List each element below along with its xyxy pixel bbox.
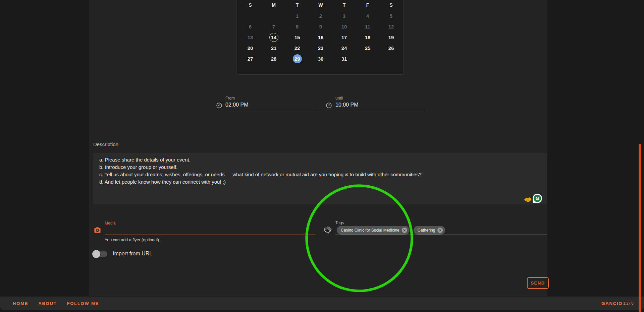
grammarly-icon[interactable]: G — [533, 194, 542, 203]
calendar-day-10: 10 — [332, 21, 356, 32]
tags-input[interactable] — [335, 235, 547, 235]
calendar-day-18[interactable]: 18 — [356, 32, 379, 43]
calendar-day-3: 3 — [332, 10, 356, 21]
from-time-input[interactable]: 02:00 PM — [225, 102, 248, 108]
description-line: d. And let people know how they can conn… — [99, 178, 541, 186]
tag-chip-label: Gathering — [418, 228, 435, 233]
tag-chip-label: Casino Clinic for Social Medicine — [341, 228, 399, 233]
calendar-day-26[interactable]: 26 — [379, 43, 403, 53]
from-time-underline — [225, 110, 316, 110]
calendar-empty-cell — [379, 53, 403, 64]
media-label: Media — [105, 221, 116, 226]
tags-label: Tags — [335, 221, 344, 225]
calendar-day-header: M — [262, 0, 285, 10]
calendar-grid: SMTWTFS123456789101112131415161718192021… — [238, 0, 403, 64]
footer-nav: HOMEABOUTFOLLOW ME — [13, 301, 99, 306]
calendar-day-28[interactable]: 28 — [262, 53, 285, 64]
calendar-day-11: 11 — [356, 21, 379, 32]
calendar-day-31[interactable]: 31 — [332, 53, 356, 64]
footer-link-home[interactable]: HOME — [13, 301, 28, 306]
description-line: b. Introduce your group or yourself. — [99, 164, 541, 171]
calendar-day-6: 6 — [238, 21, 262, 32]
clock-icon — [326, 102, 332, 110]
tag-chip[interactable]: Gathering✕ — [414, 226, 445, 235]
calendar-day-4: 4 — [356, 10, 379, 21]
calendar-day-7: 7 — [262, 21, 285, 32]
calendar-day-12: 12 — [379, 21, 403, 32]
until-time-underline — [335, 110, 425, 110]
send-button[interactable]: SEND — [527, 277, 549, 289]
tags-chip-list: Casino Clinic for Social Medicine✕Gather… — [337, 226, 445, 235]
calendar-day-16[interactable]: 16 — [309, 32, 332, 43]
calendar-day-header: F — [356, 0, 379, 10]
calendar-day-header: T — [285, 0, 309, 10]
calendar-day-25[interactable]: 25 — [356, 43, 379, 53]
from-time-label: From — [225, 96, 235, 101]
description-textarea[interactable]: a. Please share the details of your even… — [93, 153, 547, 204]
calendar-day-20[interactable]: 20 — [238, 43, 262, 53]
date-picker-calendar: SMTWTFS123456789101112131415161718192021… — [236, 0, 404, 75]
until-time-input[interactable]: 10:00 PM — [335, 102, 358, 108]
calendar-day-5: 5 — [379, 10, 403, 21]
calendar-day-2: 2 — [309, 10, 332, 21]
calendar-day-22[interactable]: 22 — [285, 43, 309, 53]
toggle-thumb[interactable] — [92, 250, 100, 258]
close-circle-icon[interactable]: ✕ — [402, 228, 407, 233]
footer-link-follow-me[interactable]: FOLLOW ME — [67, 301, 99, 306]
media-hint: You can add a flyer (optional) — [105, 238, 159, 242]
calendar-day-header: T — [332, 0, 356, 10]
description-line: c. Tell us about your dreams, wishes, of… — [99, 171, 541, 178]
calendar-day-19[interactable]: 19 — [379, 32, 403, 43]
calendar-day-9: 9 — [309, 21, 332, 32]
gancio-version: 1.27.0 — [623, 301, 634, 305]
grammarly-letter: G — [534, 195, 541, 202]
until-time-label: until — [335, 96, 343, 101]
calendar-day-header: W — [309, 0, 332, 10]
calendar-day-14[interactable]: 14 — [262, 32, 285, 43]
description-line: a. Please share the details of your even… — [99, 156, 541, 164]
calendar-empty-cell — [262, 10, 285, 21]
calendar-day-24[interactable]: 24 — [332, 43, 356, 53]
clock-icon — [216, 102, 222, 110]
calendar-day-27[interactable]: 27 — [238, 53, 262, 64]
calendar-day-15[interactable]: 15 — [285, 32, 309, 43]
footer: HOMEABOUTFOLLOW ME GANCIO 1.27.0 — [0, 297, 644, 310]
calendar-empty-cell — [356, 53, 379, 64]
footer-brand[interactable]: GANCIO 1.27.0 — [601, 297, 634, 310]
camera-icon — [94, 226, 101, 235]
calendar-empty-cell — [238, 10, 262, 21]
media-input[interactable] — [105, 235, 316, 235]
close-circle-icon[interactable]: ✕ — [437, 228, 443, 233]
gancio-brand: GANCIO — [601, 301, 623, 306]
calendar-day-23[interactable]: 23 — [309, 43, 332, 53]
handshake-icon[interactable] — [524, 197, 532, 204]
calendar-day-30[interactable]: 30 — [309, 53, 332, 64]
calendar-day-header: S — [379, 0, 403, 10]
calendar-day-29[interactable]: 29 — [285, 53, 309, 64]
calendar-day-header: S — [238, 0, 262, 10]
calendar-day-17[interactable]: 17 — [332, 32, 356, 43]
description-label: Description — [93, 141, 118, 147]
calendar-day-8: 8 — [285, 21, 309, 32]
tag-multiple-icon — [324, 226, 332, 236]
import-from-url-toggle[interactable] — [93, 251, 107, 257]
tag-chip[interactable]: Casino Clinic for Social Medicine✕ — [337, 226, 410, 235]
calendar-day-21[interactable]: 21 — [262, 43, 285, 53]
footer-link-about[interactable]: ABOUT — [38, 301, 57, 306]
import-from-url-label: Import from URL — [113, 251, 152, 257]
calendar-day-1: 1 — [285, 10, 309, 21]
scrollbar-thumb[interactable] — [639, 144, 641, 312]
calendar-day-13: 13 — [238, 32, 262, 43]
